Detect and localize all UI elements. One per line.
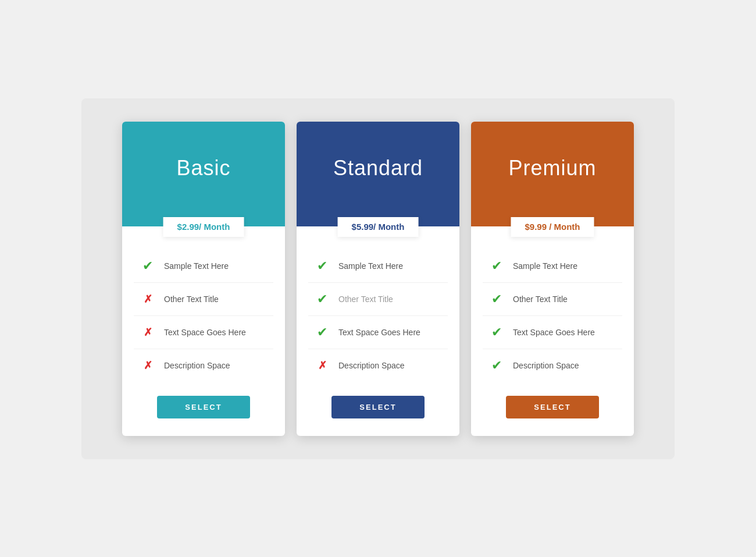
pricing-card-standard: Standard$5.99/ Month✔Sample Text Here✔Ot… [297,122,459,436]
feature-text: Other Text Title [338,295,393,304]
cross-icon: ✗ [144,326,152,339]
price-badge-basic: $2.99/ Month [163,217,244,237]
list-item: ✗Text Space Goes Here [134,316,273,349]
price-text-premium: $9.99 / Month [525,222,580,232]
cross-icon: ✗ [144,293,152,306]
list-item: ✗Description Space [308,349,448,382]
select-button-standard[interactable]: SELECT [331,396,425,418]
feature-list-standard: ✔Sample Text Here✔Other Text Title✔Text … [308,250,448,382]
plan-name-standard: Standard [333,156,423,180]
card-body-premium: ✔Sample Text Here✔Other Text Title✔Text … [471,226,634,436]
check-icon: ✔ [491,258,502,274]
feature-text: Description Space [164,361,230,370]
card-header-basic: Basic$2.99/ Month [122,122,285,226]
feature-text: Sample Text Here [513,261,577,271]
list-item: ✔Sample Text Here [308,250,448,283]
card-header-premium: Premium$9.99 / Month [471,122,634,226]
price-text-standard: $5.99/ Month [352,222,405,232]
plan-name-premium: Premium [508,156,596,180]
check-icon: ✔ [491,325,502,340]
list-item: ✗Other Text Title [134,283,273,316]
list-item: ✗Description Space [134,349,273,382]
feature-text: Description Space [338,361,405,370]
check-icon: ✔ [317,292,327,307]
list-item: ✔Other Text Title [483,283,622,316]
check-icon: ✔ [491,358,502,373]
feature-text: Other Text Title [513,295,568,304]
list-item: ✔Sample Text Here [134,250,273,283]
feature-list-premium: ✔Sample Text Here✔Other Text Title✔Text … [483,250,622,382]
card-body-standard: ✔Sample Text Here✔Other Text Title✔Text … [297,226,459,436]
cross-icon: ✗ [318,359,327,372]
list-item: ✔Description Space [483,349,622,382]
price-text-basic: $2.99/ Month [177,222,230,232]
check-icon: ✔ [317,325,327,340]
feature-text: Text Space Goes Here [164,328,246,337]
pricing-card-basic: Basic$2.99/ Month✔Sample Text Here✗Other… [122,122,285,436]
list-item: ✔Sample Text Here [483,250,622,283]
check-icon: ✔ [317,258,327,274]
feature-list-basic: ✔Sample Text Here✗Other Text Title✗Text … [134,250,273,382]
list-item: ✔Text Space Goes Here [308,316,448,349]
price-badge-standard: $5.99/ Month [338,217,419,237]
select-button-basic[interactable]: SELECT [157,396,250,418]
feature-text: Description Space [513,361,579,370]
feature-text: Text Space Goes Here [338,328,420,337]
pricing-card-premium: Premium$9.99 / Month✔Sample Text Here✔Ot… [471,122,634,436]
price-badge-premium: $9.99 / Month [511,217,594,237]
feature-text: Sample Text Here [338,261,403,271]
feature-text: Sample Text Here [164,261,229,271]
select-button-premium[interactable]: SELECT [506,396,599,418]
check-icon: ✔ [491,292,502,307]
card-body-basic: ✔Sample Text Here✗Other Text Title✗Text … [122,226,285,436]
check-icon: ✔ [142,258,153,274]
pricing-table: Basic$2.99/ Month✔Sample Text Here✗Other… [81,98,675,459]
list-item: ✔Text Space Goes Here [483,316,622,349]
cross-icon: ✗ [144,359,152,372]
plan-name-basic: Basic [176,156,230,180]
feature-text: Other Text Title [164,295,219,304]
list-item: ✔Other Text Title [308,283,448,316]
card-header-standard: Standard$5.99/ Month [297,122,459,226]
feature-text: Text Space Goes Here [513,328,595,337]
